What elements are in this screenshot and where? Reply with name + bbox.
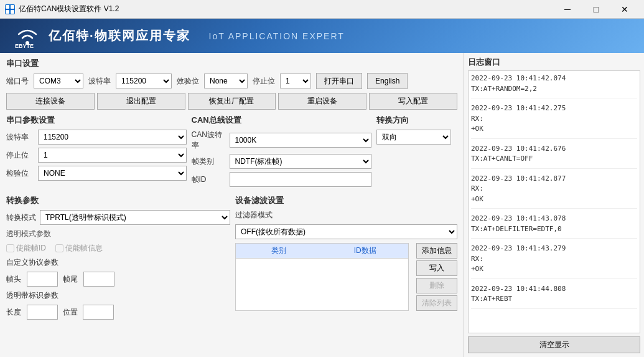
left-panel: 串口设置 端口号 COM3 COM1 COM2 波特率 115200 9600 … [0, 53, 464, 357]
serial-stop-select[interactable]: 1 2 [38, 148, 187, 163]
serial-parity-label: 检验位 [6, 168, 34, 179]
serial-parity-select[interactable]: NONE ODD EVEN [38, 166, 187, 181]
log-entry: 2022-09-23 10:41:43.279 RX: +OK [471, 244, 637, 279]
protocol-params-title: 自定义协议参数 [6, 257, 230, 268]
log-entry: 2022-09-23 10:41:44.808 TX:AT+REBT [471, 284, 637, 309]
log-entry: 2022-09-23 10:41:42.676 TX:AT+CANLT=OFF [471, 144, 637, 169]
baud-select[interactable]: 115200 9600 19200 38400 57600 [116, 74, 172, 88]
maximize-button[interactable]: □ [582, 0, 610, 19]
bottom-section: 转换参数 转换模式 TPRTL(透明带标识模式) TPRT(透明模式) PROT… [6, 195, 457, 320]
log-entry: 2022-09-23 10:41:42.074 TX:AT+RANDOM=2,2 [471, 74, 637, 98]
pos-input[interactable]: 2 [83, 305, 114, 320]
enable-frameid-label: 使能帧ID [6, 243, 46, 254]
filter-table-container: 类别 ID数据 [235, 243, 409, 311]
main-content: 串口设置 端口号 COM3 COM1 COM2 波特率 115200 9600 … [0, 53, 644, 357]
length-label: 长度 [6, 307, 22, 318]
enable-frameinfo-label: 使能帧信息 [55, 243, 103, 254]
parity-select[interactable]: None Odd Even [204, 74, 248, 88]
serial-params-title: 串口参数设置 [6, 115, 187, 126]
open-port-button[interactable]: 打开串口 [316, 73, 362, 89]
header-en-title: IoT APPLICATION EXPERT [209, 31, 345, 41]
transparent-id-title: 透明带标识参数 [6, 290, 230, 301]
clear-list-button[interactable]: 清除列表 [416, 295, 457, 311]
port-label: 端口号 [6, 76, 29, 87]
parity-label: 效验位 [177, 76, 199, 87]
ebyte-logo-icon: EBYTE [12, 24, 42, 49]
clear-log-button[interactable]: 清空显示 [468, 336, 640, 353]
length-input[interactable]: 2 [27, 305, 58, 320]
transparent-id-params: 透明带标识参数 长度 2 位置 2 [6, 290, 230, 320]
can-frame-select[interactable]: NDTF(标准帧) EDTF(扩展帧) [230, 154, 372, 169]
tail-input[interactable]: FF [83, 272, 114, 287]
serial-baud-label: 波特率 [6, 132, 34, 143]
serial-baud-select[interactable]: 115200 9600 19200 38400 57600 [38, 130, 187, 145]
svg-text:EBYTE: EBYTE [15, 43, 34, 48]
col-header-id: ID数据 [322, 244, 409, 259]
convert-mode-row: 转换模式 TPRTL(透明带标识模式) TPRT(透明模式) PROTO(自定义… [6, 210, 230, 225]
header-text: 亿佰特·物联网应用专家 [49, 27, 190, 44]
enable-frameid-checkbox[interactable] [6, 244, 14, 252]
serial-stop-row: 停止位 1 2 [6, 148, 187, 163]
transparent-params: 透明模式参数 使能帧ID 使能帧信息 [6, 229, 230, 254]
convert-mode-select[interactable]: TPRTL(透明带标识模式) TPRT(透明模式) PROTO(自定义协议模式) [40, 210, 230, 225]
port-select[interactable]: COM3 COM1 COM2 [34, 74, 83, 88]
svg-rect-3 [11, 10, 14, 14]
log-content[interactable]: 2022-09-23 10:41:42.074 TX:AT+RANDOM=2,2… [468, 70, 640, 333]
add-info-button[interactable]: 添加信息 [416, 243, 457, 259]
exit-config-button[interactable]: 退出配置 [97, 93, 185, 110]
close-button[interactable]: ✕ [610, 0, 639, 19]
can-frameid-input[interactable]: 0 [230, 172, 372, 187]
restart-button[interactable]: 重启设备 [278, 93, 366, 110]
can-frameid-row: 帧ID 0 [192, 172, 372, 187]
serial-stop-label: 停止位 [6, 150, 34, 161]
reset-factory-button[interactable]: 恢复出厂配置 [188, 93, 276, 110]
serial-baud-row: 波特率 115200 9600 19200 38400 57600 [6, 130, 187, 145]
filter-mode-label: 过滤器模式 [235, 210, 273, 221]
checkbox-row: 使能帧ID 使能帧信息 [6, 243, 230, 254]
direction-section: 转换方向 双向 串口→CAN CAN→串口 [376, 115, 457, 190]
log-title: 日志窗口 [468, 57, 640, 68]
title-bar: 亿佰特CAN模块设置软件 V1.2 ─ □ ✕ [0, 0, 644, 19]
header-banner: EBYTE 亿佰特·物联网应用专家 IoT APPLICATION EXPERT [0, 19, 644, 53]
svg-rect-0 [6, 5, 9, 9]
convert-params-section: 转换参数 转换模式 TPRTL(透明带标识模式) TPRT(透明模式) PROT… [6, 195, 230, 320]
can-settings-section: CAN总线设置 CAN波特率 1000K 125K 250K 500K 帧类别 … [192, 115, 372, 190]
minimize-button[interactable]: ─ [553, 0, 582, 19]
log-panel: 日志窗口 2022-09-23 10:41:42.074 TX:AT+RANDO… [464, 53, 644, 357]
header-label: 帧头 [6, 274, 22, 285]
serial-port-title: 串口设置 [6, 58, 457, 69]
filter-mode-select[interactable]: OFF(接收所有数据) ON(按规则过滤) [235, 224, 457, 239]
protocol-header-row: 帧头 AA 帧尾 FF [6, 272, 230, 287]
window-controls: ─ □ ✕ [553, 0, 639, 19]
middle-section: 串口参数设置 波特率 115200 9600 19200 38400 57600… [6, 115, 457, 190]
tail-label: 帧尾 [63, 274, 78, 285]
can-frame-row: 帧类别 NDTF(标准帧) EDTF(扩展帧) [192, 154, 372, 169]
logo-area: EBYTE 亿佰特·物联网应用专家 IoT APPLICATION EXPERT [12, 24, 345, 49]
delete-button[interactable]: 删除 [416, 278, 457, 293]
filter-mode-row: 过滤器模式 [235, 210, 457, 221]
log-entry: 2022-09-23 10:41:42.877 RX: +OK [471, 174, 637, 209]
write-config-button[interactable]: 写入配置 [369, 93, 457, 110]
tid-row: 长度 2 位置 2 [6, 305, 230, 320]
write-button[interactable]: 写入 [416, 260, 457, 276]
can-baud-select[interactable]: 1000K 125K 250K 500K [230, 133, 372, 148]
header-cn-title: 亿佰特·物联网应用专家 [49, 27, 190, 44]
enable-frameinfo-checkbox[interactable] [55, 244, 63, 252]
can-frameid-label: 帧ID [192, 174, 226, 185]
stop-label: 停止位 [253, 76, 275, 87]
filter-table: 类别 ID数据 [236, 244, 408, 259]
stop-select[interactable]: 1 2 [280, 74, 311, 88]
can-frame-label: 帧类别 [192, 156, 226, 167]
english-button[interactable]: English [367, 73, 408, 89]
convert-mode-label: 转换模式 [6, 212, 36, 223]
can-baud-row: CAN波特率 1000K 125K 250K 500K [192, 130, 372, 151]
direction-title: 转换方向 [376, 115, 457, 126]
direction-select[interactable]: 双向 串口→CAN CAN→串口 [376, 130, 451, 145]
convert-params-title: 转换参数 [6, 195, 230, 206]
header-input[interactable]: AA [27, 272, 58, 287]
svg-rect-2 [6, 10, 9, 14]
filter-settings-title: 设备滤波设置 [235, 195, 457, 206]
transparent-params-title: 透明模式参数 [6, 229, 230, 239]
serial-params-section: 串口参数设置 波特率 115200 9600 19200 38400 57600… [6, 115, 187, 190]
connect-button[interactable]: 连接设备 [6, 93, 95, 110]
